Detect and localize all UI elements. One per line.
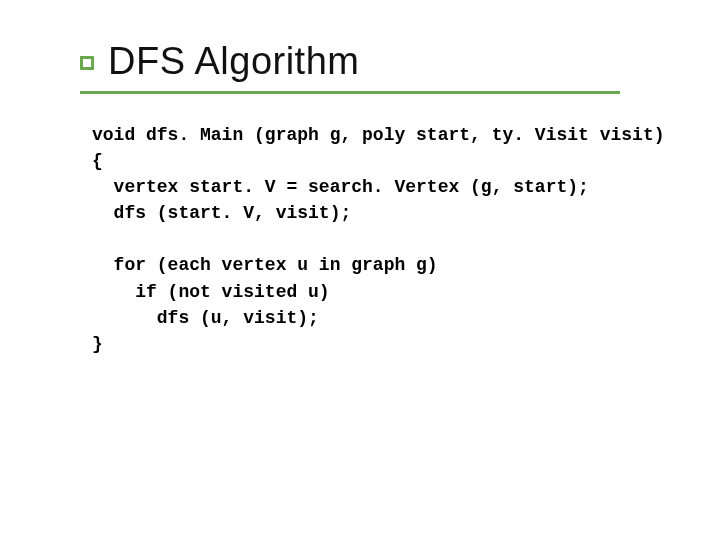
- code-line: void dfs. Main (graph g, poly start, ty.…: [92, 125, 665, 145]
- code-line: dfs (u, visit);: [92, 308, 319, 328]
- code-line: }: [92, 334, 103, 354]
- code-line: {: [92, 151, 103, 171]
- code-block: void dfs. Main (graph g, poly start, ty.…: [92, 122, 660, 357]
- code-line: dfs (start. V, visit);: [92, 203, 351, 223]
- slide-title: DFS Algorithm: [108, 40, 359, 83]
- code-line: for (each vertex u in graph g): [92, 255, 438, 275]
- title-underline: [80, 91, 620, 94]
- title-row: DFS Algorithm: [80, 40, 660, 83]
- slide: DFS Algorithm void dfs. Main (graph g, p…: [0, 0, 720, 540]
- code-line: if (not visited u): [92, 282, 330, 302]
- code-line: vertex start. V = search. Vertex (g, sta…: [92, 177, 589, 197]
- square-bullet-icon: [80, 56, 94, 70]
